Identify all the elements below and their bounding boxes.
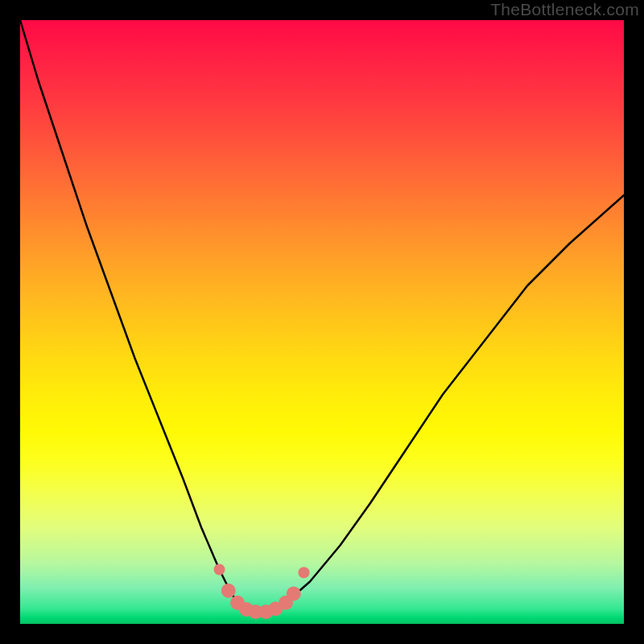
valley-marker: [287, 587, 301, 601]
valley-marker: [221, 584, 236, 598]
plot-area: [20, 20, 624, 624]
curve-layer: [20, 20, 624, 624]
bottleneck-curve: [20, 20, 624, 612]
valley-marker: [299, 567, 310, 578]
watermark-text: TheBottleneck.com: [490, 0, 639, 19]
chart-frame: TheBottleneck.com: [0, 0, 644, 644]
valley-marker: [214, 564, 225, 576]
